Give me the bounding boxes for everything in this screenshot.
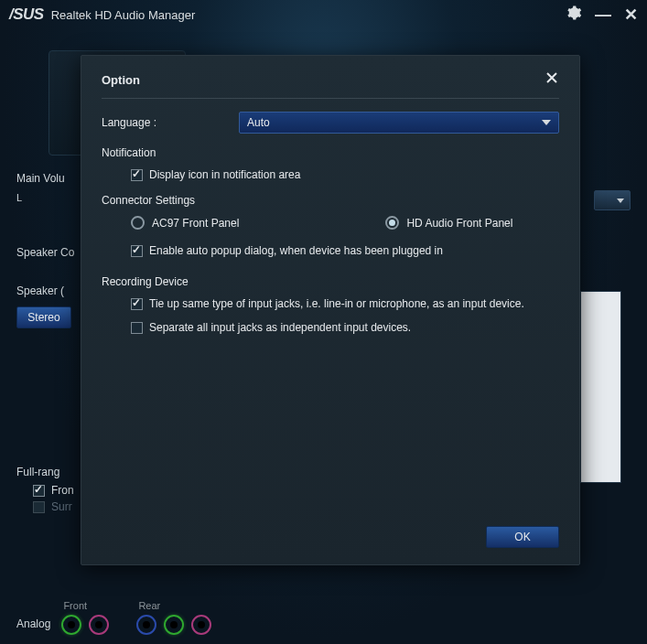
recording-group-label: Recording Device	[102, 275, 559, 288]
language-label: Language :	[102, 116, 239, 129]
modal-close-button[interactable]	[545, 70, 559, 89]
language-dropdown[interactable]: Auto	[239, 112, 559, 134]
chevron-down-icon	[542, 120, 551, 125]
hd-radio[interactable]	[385, 216, 399, 230]
notification-group-label: Notification	[102, 146, 559, 159]
auto-popup-checkbox[interactable]	[131, 245, 143, 257]
notification-checkbox[interactable]	[131, 169, 143, 181]
notification-checkbox-row: Display icon in notification area	[131, 168, 559, 181]
language-value: Auto	[247, 116, 270, 129]
front-panel-radio-row: AC97 Front Panel HD Audio Front Panel	[131, 216, 559, 230]
option-modal: Option Language : Auto Notification Disp…	[81, 55, 580, 565]
notification-checkbox-label: Display icon in notification area	[149, 168, 300, 181]
ac97-radio-item: AC97 Front Panel	[131, 216, 239, 230]
separate-checkbox-label: Separate all input jacks as independent …	[149, 321, 411, 334]
auto-popup-checkbox-row: Enable auto popup dialog, when device ha…	[131, 244, 559, 257]
hd-radio-item: HD Audio Front Panel	[385, 216, 512, 230]
modal-footer: OK	[486, 526, 559, 548]
connector-group-label: Connector Settings	[102, 194, 559, 207]
tie-up-checkbox-label: Tie up same type of input jacks, i.e. li…	[149, 297, 524, 310]
tie-up-checkbox[interactable]	[131, 298, 143, 310]
auto-popup-checkbox-label: Enable auto popup dialog, when device ha…	[149, 244, 443, 257]
separate-checkbox[interactable]	[131, 322, 143, 334]
ac97-radio-label: AC97 Front Panel	[152, 217, 239, 230]
modal-title: Option	[102, 73, 140, 87]
hd-radio-label: HD Audio Front Panel	[406, 217, 512, 230]
ok-button[interactable]: OK	[486, 526, 559, 548]
main-window: /SUS Realtek HD Audio Manager — ✕ Main V…	[0, 0, 647, 644]
modal-backdrop: Option Language : Auto Notification Disp…	[0, 0, 647, 644]
separate-checkbox-row: Separate all input jacks as independent …	[131, 321, 559, 334]
modal-body: Language : Auto Notification Display ico…	[102, 99, 559, 358]
language-row: Language : Auto	[102, 112, 559, 134]
ac97-radio[interactable]	[131, 216, 145, 230]
tie-up-checkbox-row: Tie up same type of input jacks, i.e. li…	[131, 297, 559, 310]
modal-header: Option	[102, 70, 559, 99]
